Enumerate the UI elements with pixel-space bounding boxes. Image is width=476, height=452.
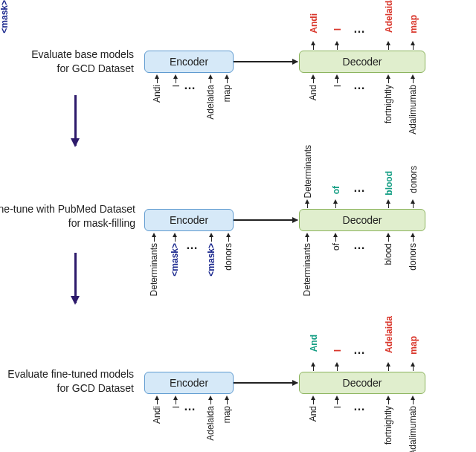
stage2-decoder-box: Decoder (299, 209, 425, 231)
stage3-out-map: map (409, 336, 418, 355)
stage3-einput-dots: … (184, 400, 196, 413)
stage1-out-map: map (409, 15, 418, 33)
arrow-icon (411, 362, 415, 367)
stage1-dinput-adalimumab: Adalimumab (408, 85, 417, 135)
stage3-encoder-box: Encoder (144, 372, 234, 394)
stage2-einput-donors: donors (224, 243, 233, 271)
arrow-icon (411, 233, 415, 237)
stage2-einput-dots: … (186, 239, 198, 252)
arrow-icon (234, 219, 298, 221)
arrow-icon (305, 199, 309, 204)
arrow-icon (311, 41, 315, 45)
stage2-line2: for mask-filling (68, 217, 135, 229)
stage2-out-of: of (332, 186, 341, 194)
arrow-icon (225, 74, 229, 79)
stage1-line1: Evaluate base models (31, 48, 134, 60)
stage1-out-i: I (333, 28, 342, 30)
stage2-dinput-donors: donors (408, 243, 417, 271)
arrow-icon (333, 199, 338, 204)
stage1-einput-adelaida: Adelaida (206, 85, 215, 120)
arrow-icon (155, 396, 159, 400)
arrow-icon (386, 74, 390, 79)
arrow-icon (386, 396, 390, 400)
arrow-icon (155, 74, 159, 79)
arrow-icon (335, 41, 339, 45)
stage3-dinput-and: And (309, 406, 318, 422)
stage1-encoder-box: Encoder (144, 51, 234, 73)
stage2-out-donors: donors (409, 166, 418, 193)
stage3-einput-map: map (222, 406, 231, 423)
stage2-out-dots: … (353, 181, 365, 195)
flow-arrow-icon (74, 253, 77, 303)
arrow-icon (208, 396, 213, 400)
stage3-einput-adelaida: Adelaida (206, 406, 215, 441)
stage1-dinput-fortnightly: fortnightly (384, 85, 393, 123)
stage3-decoder-box: Decoder (299, 372, 425, 394)
arrow-icon (152, 233, 156, 237)
encoder-label: Encoder (170, 56, 208, 68)
arrow-icon (335, 74, 339, 79)
arrow-icon (234, 382, 298, 384)
stage3-line1: Evaluate fine-tuned models (7, 368, 134, 380)
arrow-icon (386, 362, 390, 367)
arrow-icon (208, 74, 213, 79)
stage3-dinput-fortnightly: fortnightly (384, 406, 393, 445)
stage1-out-adelaida: Adelaida (385, 0, 393, 33)
encoder-label: Encoder (170, 214, 208, 226)
stage3-out-adelaida: Adelaida (385, 316, 393, 353)
arrow-icon (411, 41, 415, 45)
arrow-icon (333, 233, 338, 237)
stage3-dinput-adalimumab: Adalimumab (408, 406, 417, 452)
arrow-icon (311, 362, 315, 367)
decoder-label: Decoder (343, 214, 382, 226)
arrow-icon (209, 233, 213, 237)
arrow-icon (173, 396, 178, 400)
stage3-label: Evaluate fine-tuned models for GCD Datas… (0, 367, 134, 396)
stage2-einput-mask1b: <mask> (170, 243, 179, 277)
arrow-icon (311, 74, 315, 79)
stage3-out-dots: … (353, 343, 365, 357)
arrow-icon (411, 74, 415, 79)
stage1-out-andi: Andi (309, 13, 318, 33)
flow-arrow-icon (74, 95, 77, 146)
stage1-decoder-box: Decoder (299, 51, 425, 73)
diagram-canvas: Evaluate base models for GCD Dataset And… (0, 0, 476, 452)
stage2-dinput-blood: blood (384, 243, 393, 265)
arrow-icon (311, 396, 315, 400)
stage1-einput-andi: Andi (152, 85, 161, 103)
stage1-dinput-i: I (333, 85, 342, 87)
stage1-out-dots: … (353, 22, 365, 36)
stage2-dinput-determinants: Determinants (303, 243, 312, 296)
stage2-label: Fine-tune with PubMed Dataset for mask-f… (0, 202, 135, 230)
stage1-dinput-dots: … (353, 79, 365, 92)
stage1-einput-dots: … (184, 79, 196, 92)
arrow-icon (411, 396, 415, 400)
stage3-out-and: And (309, 335, 318, 352)
stage2-line1: Fine-tune with PubMed Dataset (0, 203, 135, 215)
arrow-icon (173, 233, 177, 237)
arrow-icon (386, 233, 390, 237)
stage3-line2: for GCD Dataset (57, 382, 134, 394)
stage3-dinput-i: I (333, 406, 342, 408)
stage2-einput-determinants: Determinants (149, 243, 158, 296)
decoder-label: Decoder (343, 377, 382, 389)
stage1-label: Evaluate base models for GCD Dataset (7, 48, 134, 76)
stage3-einput-i: I (172, 406, 181, 408)
arrow-icon (386, 41, 390, 45)
arrow-icon (335, 362, 339, 367)
stage2-einput-mask2: <mask> (207, 243, 216, 277)
stage2-dinput-of: of (332, 243, 341, 251)
stage2-out-determinants: Determinants (303, 145, 312, 198)
arrow-icon (226, 233, 231, 237)
decoder-label: Decoder (343, 56, 382, 68)
arrow-icon (411, 199, 415, 204)
stage3-einput-andi: Andi (152, 406, 161, 424)
stage1-dinput-and: And (309, 85, 318, 100)
stage2-encoder-box: Encoder (144, 209, 234, 231)
stage1-einput-i: I (172, 85, 181, 87)
arrow-icon (234, 61, 298, 62)
stage1-line2: for GCD Dataset (57, 62, 134, 74)
stage3-dinput-dots: … (353, 400, 365, 413)
arrow-icon (225, 396, 229, 400)
stage2-dinput-dots: … (353, 239, 365, 252)
